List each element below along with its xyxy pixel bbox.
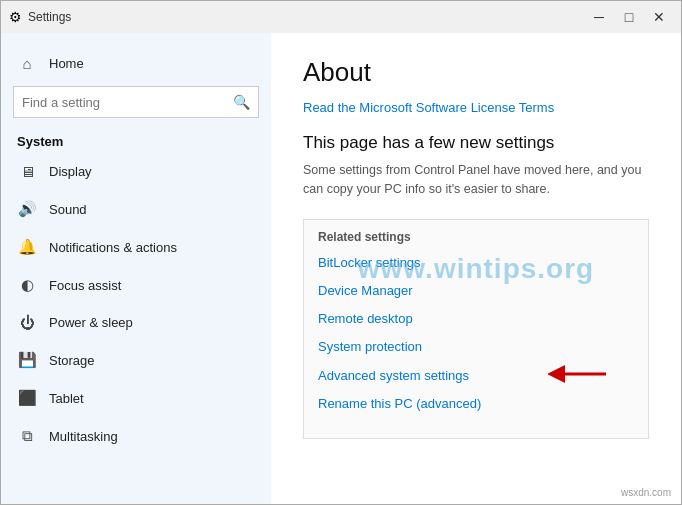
focus-icon: ◐ [17, 276, 37, 294]
close-button[interactable]: ✕ [645, 5, 673, 29]
title-bar-controls: ─ □ ✕ [585, 5, 673, 29]
page-title: About [303, 57, 649, 88]
title-bar-left: ⚙ Settings [9, 9, 71, 25]
sidebar-item-notifications[interactable]: 🔔 Notifications & actions [1, 228, 271, 266]
sidebar-item-focus-label: Focus assist [49, 278, 121, 293]
related-settings-box: Related settings BitLocker settings Devi… [303, 219, 649, 439]
sidebar-item-notifications-label: Notifications & actions [49, 240, 177, 255]
system-protection-link[interactable]: System protection [318, 338, 634, 356]
sidebar-item-display[interactable]: 🖥 Display [1, 153, 271, 190]
sidebar-item-storage[interactable]: 💾 Storage [1, 341, 271, 379]
sound-icon: 🔊 [17, 200, 37, 218]
search-box[interactable]: 🔍 [13, 86, 259, 118]
device-manager-link[interactable]: Device Manager [318, 282, 634, 300]
notifications-icon: 🔔 [17, 238, 37, 256]
new-settings-heading: This page has a few new settings [303, 133, 649, 153]
sidebar-item-power[interactable]: ⏻ Power & sleep [1, 304, 271, 341]
main-area: ⌂ Home 🔍 System 🖥 Display 🔊 Sound 🔔 Noti… [1, 33, 681, 504]
red-arrow [548, 359, 608, 389]
title-bar-title: Settings [28, 10, 71, 24]
maximize-button[interactable]: □ [615, 5, 643, 29]
sidebar-section-label: System [1, 126, 271, 153]
sidebar-item-home[interactable]: ⌂ Home [13, 45, 259, 82]
sidebar-item-focus[interactable]: ◐ Focus assist [1, 266, 271, 304]
advanced-system-settings-link[interactable]: Advanced system settings [318, 367, 469, 385]
sidebar-item-home-label: Home [49, 56, 84, 71]
multitasking-icon: ⧉ [17, 427, 37, 445]
sidebar-item-display-label: Display [49, 164, 92, 179]
sidebar-item-tablet[interactable]: ⬛ Tablet [1, 379, 271, 417]
search-input[interactable] [22, 95, 227, 110]
sidebar: ⌂ Home 🔍 System 🖥 Display 🔊 Sound 🔔 Noti… [1, 33, 271, 504]
search-icon: 🔍 [233, 94, 250, 110]
title-bar: ⚙ Settings ─ □ ✕ [1, 1, 681, 33]
rename-pc-link[interactable]: Rename this PC (advanced) [318, 395, 634, 413]
settings-icon: ⚙ [9, 9, 22, 25]
remote-desktop-link[interactable]: Remote desktop [318, 310, 634, 328]
sidebar-item-tablet-label: Tablet [49, 391, 84, 406]
storage-icon: 💾 [17, 351, 37, 369]
sidebar-item-power-label: Power & sleep [49, 315, 133, 330]
content-area: www.wintips.org About Read the Microsoft… [271, 33, 681, 504]
sidebar-item-multitasking-label: Multitasking [49, 429, 118, 444]
license-link[interactable]: Read the Microsoft Software License Term… [303, 100, 649, 115]
new-settings-desc: Some settings from Control Panel have mo… [303, 161, 649, 199]
power-icon: ⏻ [17, 314, 37, 331]
sidebar-item-storage-label: Storage [49, 353, 95, 368]
settings-window: ⚙ Settings ─ □ ✕ ⌂ Home 🔍 System [0, 0, 682, 505]
sidebar-item-sound-label: Sound [49, 202, 87, 217]
home-icon: ⌂ [17, 55, 37, 72]
related-settings-title: Related settings [318, 230, 634, 244]
sidebar-top: ⌂ Home 🔍 [1, 33, 271, 126]
display-icon: 🖥 [17, 163, 37, 180]
tablet-icon: ⬛ [17, 389, 37, 407]
bitlocker-link[interactable]: BitLocker settings [318, 254, 634, 272]
sidebar-item-multitasking[interactable]: ⧉ Multitasking [1, 417, 271, 455]
sidebar-item-sound[interactable]: 🔊 Sound [1, 190, 271, 228]
minimize-button[interactable]: ─ [585, 5, 613, 29]
bottom-label: wsxdn.com [621, 487, 671, 498]
